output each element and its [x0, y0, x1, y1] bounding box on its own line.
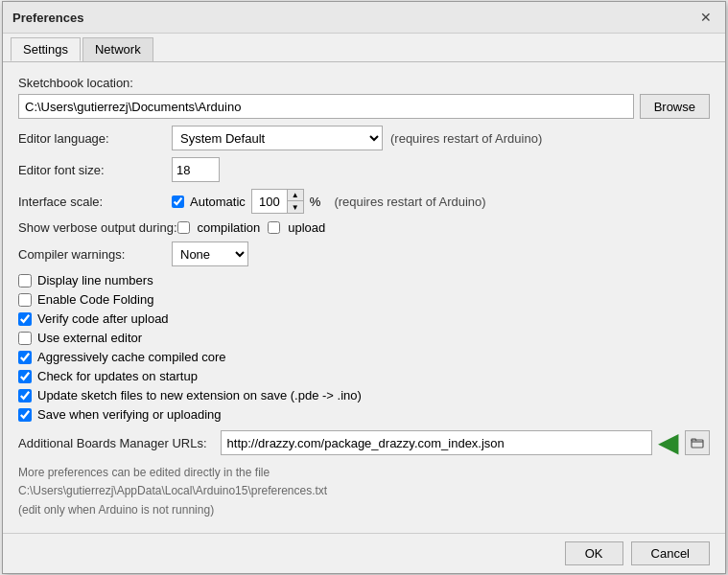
scale-up-arrow[interactable]: ▲	[288, 190, 303, 201]
editor-language-row: Editor language: System Default (require…	[18, 126, 710, 150]
boards-section: Additional Boards Manager URLs: ◀	[18, 429, 710, 456]
boards-label: Additional Boards Manager URLs:	[18, 436, 207, 450]
interface-scale-row: Interface scale: Automatic ▲ ▼ % (requir…	[18, 189, 710, 214]
scale-down-arrow[interactable]: ▼	[288, 201, 303, 213]
sketchbook-input[interactable]	[18, 94, 634, 119]
sketchbook-label: Sketchbook location:	[18, 76, 710, 90]
external-editor-label: Use external editor	[37, 331, 142, 345]
interface-scale-auto-label: Automatic	[190, 195, 246, 209]
title-bar: Preferences ✕	[3, 2, 725, 34]
folder-icon-button[interactable]	[685, 430, 710, 455]
cancel-button[interactable]: Cancel	[631, 541, 710, 565]
boards-row: Additional Boards Manager URLs: ◀	[18, 429, 710, 456]
aggressively-cache-label: Aggressively cache compiled core	[37, 350, 226, 364]
check-updates-checkbox[interactable]	[18, 370, 32, 383]
checkbox-check-updates: Check for updates on startup	[18, 369, 710, 383]
preferences-dialog: Preferences ✕ Settings Network Sketchboo…	[2, 1, 726, 574]
update-sketch-label: Update sketch files to new extension on …	[37, 388, 362, 402]
verbose-upload-checkbox[interactable]	[268, 221, 280, 234]
info-line3: (edit only when Arduino is not running)	[18, 501, 710, 519]
save-verifying-checkbox[interactable]	[18, 408, 32, 422]
enable-code-folding-checkbox[interactable]	[18, 293, 32, 307]
editor-language-label: Editor language:	[18, 131, 172, 146]
interface-scale-label: Interface scale:	[18, 195, 172, 209]
compiler-warnings-label: Compiler warnings:	[18, 247, 172, 262]
editor-font-label: Editor font size:	[18, 163, 172, 177]
close-button[interactable]: ✕	[696, 8, 716, 27]
checkboxes-section: Display line numbers Enable Code Folding…	[18, 273, 710, 422]
checkbox-external-editor: Use external editor	[18, 331, 710, 345]
update-sketch-checkbox[interactable]	[18, 389, 32, 402]
verbose-upload-label: upload	[288, 220, 325, 235]
info-text-block: More preferences can be edited directly …	[18, 464, 710, 519]
checkbox-save-verifying: Save when verifying or uploading	[18, 407, 710, 422]
scale-value-input[interactable]	[252, 193, 287, 211]
verbose-row: Show verbose output during: compilation …	[18, 220, 710, 235]
checkbox-verify-code: Verify code after upload	[18, 311, 710, 326]
tab-bar: Settings Network	[3, 34, 725, 62]
editor-font-input[interactable]	[172, 157, 220, 182]
verify-code-checkbox[interactable]	[18, 312, 32, 326]
verbose-label: Show verbose output during:	[18, 220, 177, 235]
interface-scale-auto-checkbox[interactable]	[172, 196, 184, 208]
ok-button[interactable]: OK	[565, 541, 623, 565]
green-arrow-icon: ◀	[658, 429, 679, 456]
browse-button[interactable]: Browse	[640, 94, 710, 119]
compiler-warnings-select[interactable]: None Default More All	[172, 242, 248, 266]
display-line-numbers-checkbox[interactable]	[18, 274, 32, 288]
editor-font-row: Editor font size:	[18, 157, 710, 182]
save-verifying-label: Save when verifying or uploading	[37, 407, 222, 422]
external-editor-checkbox[interactable]	[18, 332, 32, 345]
checkbox-display-line-numbers: Display line numbers	[18, 273, 710, 288]
editor-language-select[interactable]: System Default	[172, 126, 383, 150]
svg-rect-0	[692, 440, 703, 448]
aggressively-cache-checkbox[interactable]	[18, 351, 32, 364]
checkbox-enable-code-folding: Enable Code Folding	[18, 292, 710, 307]
dialog-footer: OK Cancel	[3, 533, 725, 573]
checkbox-aggressively-cache: Aggressively cache compiled core	[18, 350, 710, 364]
enable-code-folding-label: Enable Code Folding	[37, 292, 153, 307]
compiler-warnings-row: Compiler warnings: None Default More All	[18, 242, 710, 266]
display-line-numbers-label: Display line numbers	[37, 273, 153, 288]
info-line2: C:\Users\gutierrezj\AppData\Local\Arduin…	[18, 482, 710, 500]
boards-input[interactable]	[221, 430, 652, 455]
editor-language-note: (requires restart of Arduino)	[390, 131, 542, 146]
verbose-compilation-checkbox[interactable]	[177, 221, 190, 234]
tab-settings[interactable]: Settings	[11, 37, 81, 61]
verify-code-label: Verify code after upload	[37, 311, 169, 326]
tab-network[interactable]: Network	[82, 37, 153, 61]
settings-panel: Sketchbook location: Browse Editor langu…	[3, 62, 725, 533]
interface-scale-spinner: ▲ ▼	[251, 189, 304, 214]
scale-pct-label: %	[310, 195, 321, 209]
dialog-title: Preferences	[12, 11, 83, 25]
interface-scale-note: (requires restart of Arduino)	[334, 195, 485, 209]
checkbox-update-sketch: Update sketch files to new extension on …	[18, 388, 710, 402]
verbose-compilation-label: compilation	[198, 220, 261, 235]
info-line1: More preferences can be edited directly …	[18, 464, 710, 482]
check-updates-label: Check for updates on startup	[37, 369, 198, 383]
